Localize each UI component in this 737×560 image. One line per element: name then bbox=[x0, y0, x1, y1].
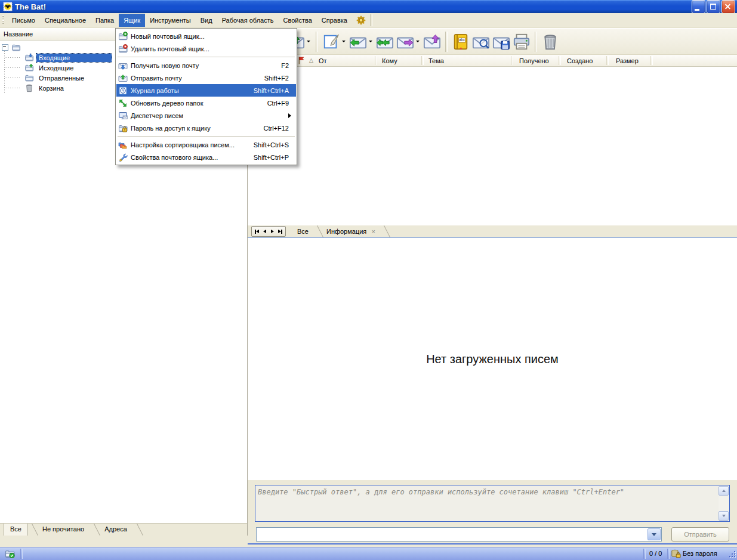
menubar-grip[interactable] bbox=[2, 16, 4, 25]
menu-item-shortcut: Shift+F2 bbox=[264, 75, 296, 82]
dispatcher-status-icon[interactable] bbox=[5, 549, 15, 559]
reply-button[interactable] bbox=[348, 30, 368, 53]
print-button[interactable] bbox=[511, 30, 532, 53]
view-tab-info[interactable]: Информация × bbox=[321, 225, 381, 237]
menu-item-label: Диспетчер писем bbox=[131, 112, 288, 119]
maximize-button[interactable] bbox=[707, 0, 720, 14]
menu-item-new-mailbox[interactable]: Новый почтовый ящик... bbox=[116, 30, 296, 42]
menu-item-label: Обновить дерево папок bbox=[131, 100, 267, 107]
column-received[interactable]: Получено bbox=[519, 57, 549, 64]
reply-all-icon bbox=[376, 33, 394, 51]
send-mail-icon bbox=[118, 73, 128, 83]
filter-tab-all[interactable]: Все bbox=[4, 524, 28, 536]
column-separator[interactable] bbox=[511, 56, 513, 65]
redirect-icon bbox=[423, 33, 441, 51]
save-mail-button[interactable] bbox=[491, 30, 511, 53]
mailbox-menu: Новый почтовый ящик... Удалить почтовый … bbox=[115, 28, 297, 165]
menu-special[interactable]: Специальное bbox=[40, 14, 91, 27]
menu-item-label: Удалить почтовый ящик... bbox=[131, 45, 289, 52]
column-separator[interactable] bbox=[650, 56, 653, 65]
folder-label-sent[interactable]: Отправленные bbox=[36, 74, 87, 82]
forward-dropdown-icon[interactable] bbox=[416, 41, 420, 42]
menu-item-mailbox-password[interactable]: Пароль на доступ к ящику Ctrl+F12 bbox=[116, 122, 296, 134]
recipient-input[interactable] bbox=[258, 529, 649, 540]
gear-icon[interactable] bbox=[356, 15, 366, 26]
menu-item-delete-mailbox[interactable]: Удалить почтовый ящик... bbox=[116, 42, 296, 55]
main-area: abc △ От Кому Тема Получено Создано Разм… bbox=[248, 28, 737, 547]
delete-button[interactable] bbox=[540, 30, 560, 53]
column-separator[interactable] bbox=[606, 56, 609, 65]
message-counter: 0 / 0 bbox=[649, 550, 662, 557]
bat-app-icon bbox=[3, 2, 13, 11]
column-subject[interactable]: Тема bbox=[428, 57, 444, 64]
search-mail-button[interactable] bbox=[471, 30, 491, 53]
redirect-button[interactable] bbox=[422, 30, 442, 53]
forward-button[interactable] bbox=[395, 30, 415, 53]
column-separator[interactable] bbox=[559, 56, 561, 65]
trash-icon bbox=[541, 33, 559, 51]
combobox-dropdown-icon[interactable] bbox=[647, 528, 661, 540]
column-from[interactable]: От bbox=[319, 57, 327, 64]
view-tab-all[interactable]: Все bbox=[292, 225, 314, 237]
reply-dropdown-icon[interactable] bbox=[369, 41, 372, 42]
menu-help[interactable]: Справка bbox=[317, 14, 352, 27]
menu-item-label: Отправить почту bbox=[131, 75, 264, 82]
reply-scrollbar[interactable] bbox=[719, 486, 729, 521]
folder-label-outbox[interactable]: Исходящие bbox=[36, 64, 76, 72]
view-tab-info-label[interactable]: Информация bbox=[326, 228, 366, 235]
message-list[interactable] bbox=[248, 67, 737, 225]
sent-folder-icon bbox=[24, 73, 35, 82]
filter-tab-addresses[interactable]: Адреса bbox=[98, 524, 133, 536]
column-created[interactable]: Создано bbox=[567, 57, 593, 64]
menu-item-sorter-setup[interactable]: Настройка сортировщика писем... Shift+Ct… bbox=[116, 138, 296, 151]
menu-mailbox[interactable]: Ящик bbox=[119, 14, 145, 27]
menu-properties[interactable]: Свойства bbox=[278, 14, 316, 27]
menu-workspace[interactable]: Рабочая область bbox=[217, 14, 279, 27]
toolbar-separator bbox=[535, 32, 537, 52]
menu-item-work-log[interactable]: Журнал работы Shift+Ctrl+A bbox=[116, 84, 296, 97]
column-size[interactable]: Размер bbox=[616, 57, 639, 64]
next-tab-icon[interactable] bbox=[269, 228, 276, 236]
send-quick-reply-button[interactable]: Отправить bbox=[671, 527, 729, 542]
flag-column-icon[interactable] bbox=[297, 56, 306, 65]
menu-item-get-mail[interactable]: Получить новую почту F2 bbox=[116, 59, 296, 72]
sorter-icon bbox=[118, 140, 128, 150]
compose-dropdown-icon[interactable] bbox=[342, 41, 346, 42]
resize-grip[interactable] bbox=[728, 551, 735, 558]
compose-button[interactable] bbox=[321, 30, 341, 53]
column-separator[interactable] bbox=[421, 56, 424, 65]
quick-reply-input[interactable] bbox=[257, 487, 719, 521]
folder-label-inbox[interactable]: Входящие bbox=[36, 54, 112, 62]
trash-folder-icon bbox=[24, 83, 35, 92]
scroll-up-icon[interactable] bbox=[719, 486, 729, 496]
menubar-separator bbox=[370, 14, 372, 26]
prev-tab-icon[interactable] bbox=[261, 228, 269, 236]
close-tab-icon[interactable]: × bbox=[371, 228, 375, 235]
menu-view[interactable]: Вид bbox=[196, 14, 217, 27]
filter-tab-unread[interactable]: Не прочитано bbox=[36, 524, 90, 536]
minimize-button[interactable] bbox=[692, 0, 705, 14]
address-book-button[interactable]: abc bbox=[451, 30, 471, 53]
menu-letter[interactable]: Письмо bbox=[7, 14, 40, 27]
empty-view-text: Нет загруженных писем bbox=[426, 352, 559, 366]
scroll-down-icon[interactable] bbox=[719, 511, 729, 521]
collapse-icon[interactable] bbox=[2, 44, 8, 51]
last-tab-icon[interactable] bbox=[276, 228, 284, 236]
submenu-arrow-icon bbox=[288, 113, 291, 118]
menu-item-label: Получить новую почту bbox=[131, 62, 281, 69]
column-to[interactable]: Кому bbox=[382, 57, 397, 64]
send-dropdown-icon[interactable] bbox=[307, 41, 310, 42]
menu-folder[interactable]: Папка bbox=[91, 14, 119, 27]
toolbar-separator bbox=[445, 32, 448, 52]
reply-all-button[interactable] bbox=[375, 30, 395, 53]
first-tab-icon[interactable] bbox=[253, 228, 261, 236]
menu-item-refresh-tree[interactable]: Обновить дерево папок Ctrl+F9 bbox=[116, 97, 296, 109]
menu-item-send-mail[interactable]: Отправить почту Shift+F2 bbox=[116, 72, 296, 84]
statusbar-separator bbox=[667, 549, 670, 559]
column-separator[interactable] bbox=[375, 56, 377, 65]
menu-tools[interactable]: Инструменты bbox=[145, 14, 196, 27]
menu-item-mailbox-properties[interactable]: Свойства почтового ящика... Shift+Ctrl+P bbox=[116, 151, 296, 163]
close-button[interactable] bbox=[721, 0, 735, 14]
menu-item-mail-dispatcher[interactable]: Диспетчер писем bbox=[116, 109, 296, 122]
folder-label-trash[interactable]: Корзина bbox=[36, 84, 66, 92]
